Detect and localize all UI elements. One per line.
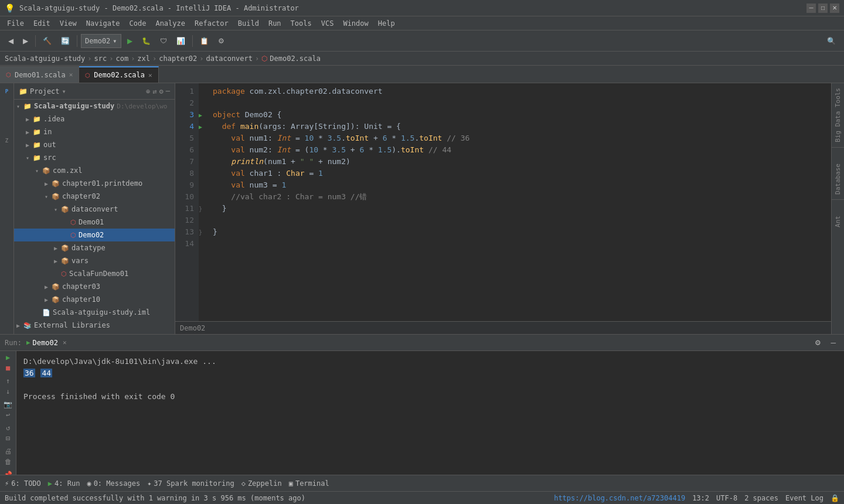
tree-item-iml[interactable]: ▶ 📄 Scala-atguigu-study.iml	[14, 306, 175, 319]
fold-gutter-13[interactable]: }	[199, 229, 202, 236]
run-rerun-button[interactable]: ↺	[2, 424, 15, 432]
tree-item-ch01[interactable]: ▶ 📦 chapter01.printdemo	[14, 177, 175, 190]
menu-vcs[interactable]: VCS	[316, 16, 339, 30]
breadcrumb-src[interactable]: src	[94, 55, 107, 63]
menu-code[interactable]: Code	[125, 16, 151, 30]
run-play-button[interactable]: ▶	[2, 353, 15, 362]
breadcrumb-filename[interactable]: Demo02.scala	[270, 55, 321, 63]
right-panel-bigdata[interactable]: Big Data Tools	[833, 83, 843, 147]
run-stop-button[interactable]: ■	[2, 364, 15, 372]
profile-button[interactable]: 📊	[173, 33, 189, 49]
status-zeppelin[interactable]: ◇ Zeppelin	[241, 479, 282, 488]
code-line-13: }	[213, 226, 826, 238]
menu-file[interactable]: File	[2, 16, 29, 30]
tree-item-dataconvert[interactable]: ▾ 📦 dataconvert	[14, 203, 175, 216]
nav-back-button[interactable]: ◀	[5, 33, 17, 49]
right-panel-ant[interactable]: Ant	[833, 211, 843, 232]
coverage-button[interactable]: 🛡	[156, 33, 171, 49]
sidebar-icon-structure[interactable]: Z	[1, 135, 13, 147]
build-button[interactable]: 🔨	[39, 33, 55, 49]
search-button[interactable]: 🔍	[823, 33, 839, 49]
fold-gutter-11[interactable]: }	[199, 206, 202, 212]
tree-item-demo01[interactable]: ▶ ⬡ Demo01	[14, 216, 175, 229]
run-filter-button[interactable]: ⊟	[2, 434, 15, 442]
tab-demo02-close[interactable]: ✕	[148, 71, 152, 79]
project-settings-icon[interactable]: ⚙	[159, 87, 164, 96]
project-collapse-icon[interactable]: ─	[166, 87, 170, 96]
project-add-icon[interactable]: ⊕	[146, 87, 150, 96]
status-run[interactable]: ▶ 4: Run	[48, 479, 80, 488]
breadcrumb-dataconvert[interactable]: dataconvert	[206, 55, 253, 63]
tree-item-in[interactable]: ▶ 📁 in	[14, 125, 175, 138]
tree-item-ch02[interactable]: ▾ 📦 chapter02	[14, 190, 175, 203]
breadcrumb-file[interactable]: ⬡	[261, 55, 267, 63]
menu-refactor[interactable]: Refactor	[190, 16, 233, 30]
tree-item-vars[interactable]: ▶ 📦 vars	[14, 254, 175, 267]
run-wrap-button[interactable]: ↩	[2, 411, 15, 419]
breadcrumb-project[interactable]: Scala-atguigu-study	[5, 55, 85, 63]
settings-button[interactable]: ⚙	[215, 33, 228, 49]
run-tab-close[interactable]: ✕	[63, 339, 67, 346]
menu-edit[interactable]: Edit	[29, 16, 55, 30]
menu-help[interactable]: Help	[373, 16, 400, 30]
breadcrumb-chapter02[interactable]: chapter02	[159, 55, 197, 63]
tab-demo01[interactable]: ⬡ Demo01.scala ✕	[0, 66, 79, 83]
run-config-dropdown[interactable]: Demo02 ▾	[81, 34, 121, 48]
rebuild-button[interactable]: 🔄	[57, 33, 73, 49]
run-scroll-up-button[interactable]: ↑	[2, 377, 15, 385]
breadcrumb-com[interactable]: com	[115, 55, 128, 63]
tree-item-extlib[interactable]: ▶ 📚 External Libraries	[14, 319, 175, 332]
tree-item-datatype[interactable]: ▶ 📦 datatype	[14, 241, 175, 254]
vcs-button[interactable]: 📋	[196, 33, 212, 49]
tree-item-comzxl[interactable]: ▾ 📦 com.zxl	[14, 164, 175, 177]
run-gutter-3[interactable]: ▶	[199, 112, 202, 118]
menu-navigate[interactable]: Navigate	[81, 16, 125, 30]
run-tab-demo02[interactable]: ▶ Demo02 ✕	[26, 339, 67, 347]
tree-item-ch10[interactable]: ▶ 📦 chapter10	[14, 293, 175, 306]
run-output[interactable]: D:\develop\Java\jdk-8u101\bin\java.exe .…	[16, 351, 844, 475]
code-editor[interactable]: package com.zxl.chapter02.dataconvert ob…	[208, 83, 831, 321]
encoding-label[interactable]: UTF-8	[716, 494, 737, 502]
tree-item-src[interactable]: ▾ 📁 src	[14, 151, 175, 164]
sidebar-icon-project[interactable]: P	[1, 86, 13, 97]
status-messages[interactable]: ◉ 0: Messages	[87, 479, 140, 488]
status-spark[interactable]: ✦ 37 Spark monitoring	[147, 479, 234, 488]
menu-analyze[interactable]: Analyze	[151, 16, 190, 30]
tree-item-scalafun[interactable]: ▶ ⬡ ScalaFunDemo01	[14, 267, 175, 280]
run-gutter-4[interactable]: ▶	[199, 124, 202, 130]
menu-build[interactable]: Build	[233, 16, 264, 30]
run-close-button[interactable]: ─	[827, 335, 839, 350]
tree-item-ch03[interactable]: ▶ 📦 chapter03	[14, 280, 175, 293]
menu-run[interactable]: Run	[264, 16, 286, 30]
tree-arrow-dataconvert: ▾	[54, 206, 60, 213]
run-pin-button[interactable]: 📌	[2, 471, 15, 475]
run-screenshot-button[interactable]: 📷	[2, 400, 15, 408]
run-button[interactable]: ▶	[124, 33, 136, 49]
tree-item-demo02[interactable]: ▶ ⬡ Demo02	[14, 229, 175, 241]
debug-button[interactable]: 🐛	[138, 33, 154, 49]
run-print-button[interactable]: 🖨	[2, 447, 15, 455]
run-settings-button[interactable]: ⚙	[811, 335, 825, 350]
right-panel-database[interactable]: Database	[833, 159, 843, 199]
close-button[interactable]: ✕	[830, 4, 839, 13]
status-terminal[interactable]: ▣ Terminal	[289, 479, 329, 488]
indent-label[interactable]: 2 spaces	[744, 494, 778, 502]
menu-tools[interactable]: Tools	[286, 16, 316, 30]
minimize-button[interactable]: ─	[806, 4, 816, 13]
tab-demo02[interactable]: ⬡ Demo02.scala ✕	[79, 66, 158, 83]
status-todo[interactable]: ⚡ 6: TODO	[5, 479, 41, 488]
run-delete-button[interactable]: 🗑	[2, 458, 15, 466]
breadcrumb-zxl[interactable]: zxl	[137, 55, 150, 63]
menu-window[interactable]: Window	[338, 16, 373, 30]
url-link[interactable]: https://blog.csdn.net/a72304419	[554, 494, 685, 502]
run-scroll-down-button[interactable]: ↓	[2, 387, 15, 396]
tree-item-idea[interactable]: ▶ 📁 .idea	[14, 113, 175, 125]
tab-demo01-close[interactable]: ✕	[69, 71, 73, 79]
maximize-button[interactable]: □	[818, 4, 828, 13]
nav-forward-button[interactable]: ▶	[19, 33, 32, 49]
tree-item-out[interactable]: ▶ 📁 out	[14, 138, 175, 151]
tree-item-root[interactable]: ▾ 📁 Scala-atguigu-study D:\develop\wo	[14, 100, 175, 113]
menu-view[interactable]: View	[55, 16, 81, 30]
project-sync-icon[interactable]: ⇄	[152, 87, 156, 96]
event-log[interactable]: Event Log	[785, 494, 823, 502]
